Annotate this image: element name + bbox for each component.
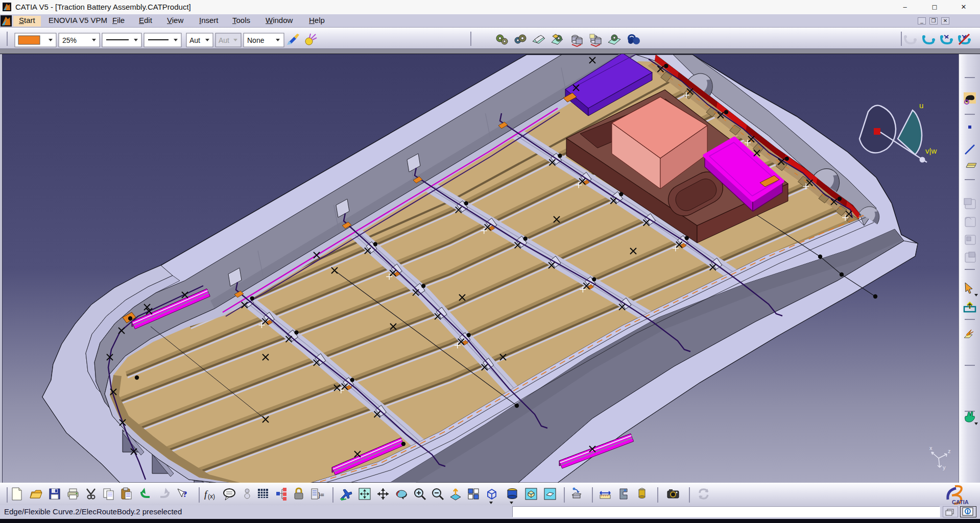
svg-text:y: y — [943, 464, 946, 470]
svg-text:Aut: Aut — [189, 36, 200, 44]
svg-text:x: x — [929, 445, 933, 451]
svg-text:Aut: Aut — [219, 36, 229, 44]
svg-text:u: u — [919, 101, 923, 110]
svg-text:CATIA: CATIA — [952, 499, 969, 505]
svg-text:v|w: v|w — [925, 146, 937, 155]
svg-text:25%: 25% — [62, 36, 77, 44]
svg-text:(x): (x) — [208, 493, 215, 500]
svg-text:}=: }= — [318, 491, 324, 499]
svg-text:None: None — [247, 36, 265, 44]
svg-text:?: ? — [183, 489, 187, 499]
svg-text:z: z — [948, 448, 951, 454]
